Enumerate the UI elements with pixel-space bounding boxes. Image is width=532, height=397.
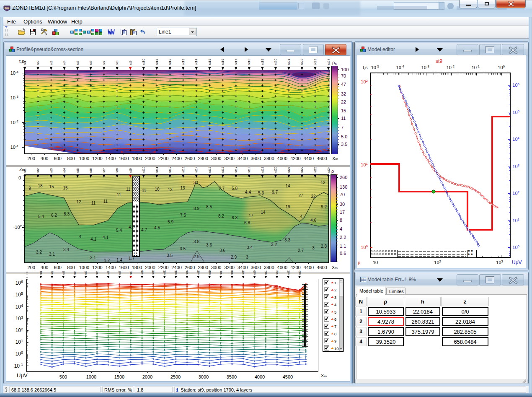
svg-text:10-3: 10-3 (421, 65, 430, 70)
svg-text:3.2: 3.2 (36, 250, 42, 254)
svg-text:st14: st14 (186, 270, 189, 275)
svg-text:st23: st23 (313, 58, 317, 65)
svg-text:st12: st12 (168, 58, 172, 65)
svg-text:3.2: 3.2 (271, 242, 277, 247)
svg-text:10-2: 10-2 (10, 119, 19, 125)
svg-text:30: 30 (340, 202, 345, 207)
svg-text:Xm: Xm (332, 156, 338, 161)
svg-text:4.9: 4.9 (129, 225, 134, 229)
svg-text:UμV: UμV (512, 259, 522, 265)
svg-text:st21: st21 (287, 167, 291, 173)
svg-text:103: 103 (496, 259, 503, 265)
svg-text:st24: st24 (327, 58, 331, 65)
svg-text:2000: 2000 (145, 156, 155, 161)
svg-text:11: 11 (142, 188, 147, 193)
svg-text:105: 105 (15, 291, 23, 298)
svg-text:10-1: 10-1 (472, 65, 480, 70)
svg-text:4.5: 4.5 (154, 226, 160, 230)
svg-text:1.1: 1.1 (340, 244, 346, 249)
svg-text:st23: st23 (287, 270, 290, 275)
svg-text:200: 200 (28, 156, 35, 161)
svg-text:st3: st3 (49, 60, 53, 65)
svg-text:32: 32 (341, 91, 346, 96)
svg-text:1.2: 1.2 (104, 258, 110, 263)
svg-text:400: 400 (41, 156, 48, 161)
svg-text:14: 14 (261, 210, 266, 215)
svg-text:ρa: ρa (332, 60, 337, 66)
svg-text:6: 6 (334, 317, 336, 322)
svg-text:st9: st9 (129, 168, 132, 173)
svg-text:st15: st15 (208, 167, 212, 173)
svg-text:st16: st16 (208, 270, 211, 275)
svg-text:3200: 3200 (224, 156, 234, 161)
svg-text:st6: st6 (96, 271, 98, 275)
svg-text:4: 4 (300, 214, 302, 219)
svg-text:100: 100 (341, 67, 349, 72)
svg-text:3600: 3600 (251, 265, 261, 270)
svg-text:17: 17 (248, 213, 253, 218)
svg-text:st14: st14 (194, 58, 198, 65)
svg-text:19: 19 (285, 205, 290, 209)
svg-text:2.9: 2.9 (194, 254, 199, 259)
svg-text:st8: st8 (115, 168, 119, 173)
svg-text:800: 800 (67, 156, 75, 161)
svg-text:10-2: 10-2 (447, 65, 455, 70)
svg-text:st3: st3 (49, 168, 53, 173)
svg-text:3: 3 (312, 246, 315, 250)
svg-text:st2: st2 (36, 168, 40, 173)
svg-text:200: 200 (28, 265, 35, 270)
svg-text:st5: st5 (84, 271, 87, 275)
svg-text:7: 7 (341, 125, 343, 130)
svg-text:8: 8 (340, 218, 342, 223)
svg-text:2: 2 (334, 288, 336, 292)
svg-text:47: 47 (341, 82, 346, 87)
svg-text:4: 4 (340, 226, 342, 231)
svg-text:4.1: 4.1 (103, 235, 108, 240)
svg-text:st10: st10 (142, 167, 145, 173)
svg-text:1.7: 1.7 (129, 256, 134, 261)
svg-text:106: 106 (15, 280, 23, 286)
svg-text:2000: 2000 (142, 374, 152, 379)
svg-text:800: 800 (67, 265, 75, 270)
svg-text:3.3: 3.3 (284, 238, 290, 242)
svg-text:3000: 3000 (211, 265, 221, 270)
svg-text:st12: st12 (163, 270, 166, 275)
svg-text:100: 100 (361, 244, 368, 250)
svg-text:st3: st3 (62, 271, 65, 275)
svg-text:st1: st1 (39, 271, 42, 275)
svg-text:400: 400 (41, 265, 48, 270)
svg-text:st24: st24 (327, 167, 331, 173)
svg-text:0: 0 (18, 175, 21, 180)
svg-text:30: 30 (193, 180, 198, 185)
svg-text:13: 13 (180, 186, 185, 190)
svg-text:103: 103 (512, 163, 519, 169)
svg-text:2200: 2200 (158, 156, 168, 161)
svg-text:st9: st9 (129, 271, 132, 275)
svg-text:1: 1 (334, 280, 336, 285)
svg-text:101: 101 (361, 162, 368, 167)
svg-text:ρ: ρ (331, 169, 334, 174)
svg-text:st16: st16 (221, 58, 225, 65)
svg-text:st7: st7 (107, 271, 110, 275)
svg-text:st13: st13 (174, 270, 177, 275)
svg-text:st18: st18 (230, 270, 233, 275)
svg-text:1600: 1600 (119, 156, 129, 161)
svg-text:st20: st20 (274, 58, 277, 65)
svg-text:st19: st19 (261, 167, 264, 173)
svg-text:4.7: 4.7 (141, 228, 147, 232)
svg-text:0.6: 0.6 (340, 251, 346, 256)
svg-text:st5: st5 (76, 168, 80, 173)
svg-text:st16: st16 (221, 167, 225, 173)
svg-text:st18: st18 (247, 167, 251, 173)
svg-text:2.1: 2.1 (90, 255, 96, 260)
svg-text:st4: st4 (62, 60, 66, 65)
svg-text:600: 600 (54, 156, 62, 161)
svg-text:15: 15 (49, 184, 54, 189)
svg-text:4200: 4200 (290, 156, 300, 161)
svg-text:t,s: t,s (363, 65, 368, 70)
svg-text:10-4: 10-4 (10, 70, 19, 75)
svg-text:13: 13 (168, 187, 173, 192)
svg-text:11: 11 (117, 192, 121, 197)
svg-text:2600: 2600 (185, 265, 195, 270)
svg-text:10-4: 10-4 (396, 65, 405, 70)
